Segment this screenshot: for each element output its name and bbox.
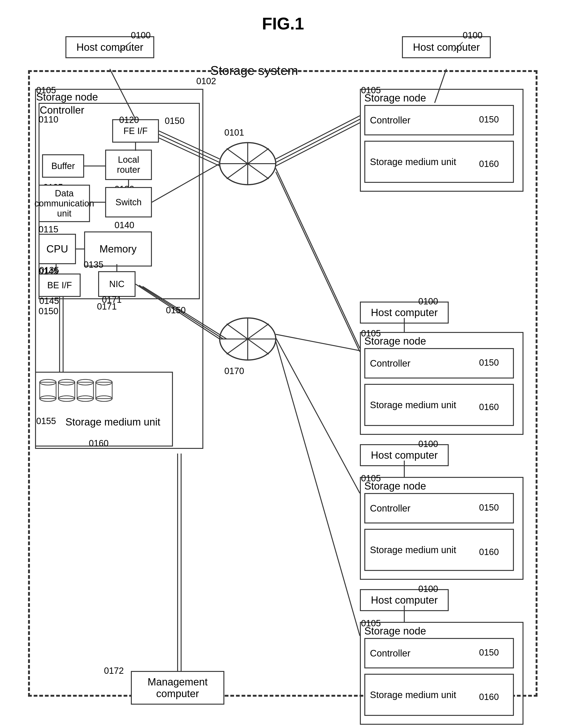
disk-group — [39, 378, 118, 403]
ref-0105-r3: 0105 — [361, 473, 381, 483]
ref-0110: 0110 — [39, 115, 58, 125]
ref-0160-r3: 0160 — [479, 547, 499, 557]
cpu-box: CPU — [39, 234, 76, 264]
right-sn-2: Storage node Controller Storage medium u… — [360, 332, 523, 435]
ref-0120: 0120 — [119, 115, 139, 125]
ref-0172: 0172 — [104, 666, 124, 676]
be-if-box: BE I/F — [39, 274, 81, 297]
ref-0150-left: 0150 — [39, 306, 58, 316]
right-sn-4: Storage node Controller Storage medium u… — [360, 622, 523, 725]
ref-0105-r4: 0105 — [361, 618, 381, 628]
buffer-box: Buffer — [42, 154, 84, 178]
ref-0105-r2: 0105 — [361, 328, 381, 339]
data-comm-box: Data communication unit — [39, 185, 90, 222]
ref-0160-r1: 0160 — [479, 159, 499, 169]
ref-0150-r1a: 0150 — [479, 115, 499, 125]
nic-box: NIC — [98, 271, 136, 297]
ref-0160-r2: 0160 — [479, 402, 499, 412]
ref-0150-r2a: 0150 — [479, 358, 499, 368]
ref-0160-left: 0160 — [89, 438, 109, 448]
page: FIG.1 Storage system Host computer 0100 … — [0, 0, 566, 728]
ref-hc2: 0100 — [463, 30, 483, 40]
ref-hc1: 0100 — [131, 30, 151, 40]
ref-0155: 0155 — [36, 416, 56, 426]
switch-box: Switch — [105, 187, 152, 217]
ref-hc3: 0100 — [418, 296, 438, 306]
ref-0150-r4a: 0150 — [479, 648, 499, 658]
local-router-box: Local router — [105, 150, 152, 180]
disk-svg — [39, 378, 118, 403]
right-sn-1: Storage node Controller Storage medium u… — [360, 89, 523, 192]
ref-0140: 0140 — [115, 220, 134, 230]
ref-0105-left: 0105 — [36, 85, 56, 95]
smu-left-label: Storage medium unit — [65, 416, 160, 428]
ref-0150-r3a: 0150 — [479, 503, 499, 513]
ref-hc4: 0100 — [418, 439, 438, 449]
ref-0115: 0115 — [39, 224, 58, 234]
ref-0171: 0171 — [97, 302, 117, 312]
ref-0160-r4: 0160 — [479, 692, 499, 702]
memory-box: Memory — [84, 231, 152, 267]
ref-hc5: 0100 — [418, 584, 438, 594]
right-sn-3: Storage node Controller Storage medium u… — [360, 477, 523, 580]
controller-label-left: Controller — [40, 104, 84, 116]
ref-0135: 0135 — [39, 265, 59, 275]
management-computer: Management computer — [131, 671, 224, 705]
ref-0105-r1: 0105 — [361, 85, 381, 95]
